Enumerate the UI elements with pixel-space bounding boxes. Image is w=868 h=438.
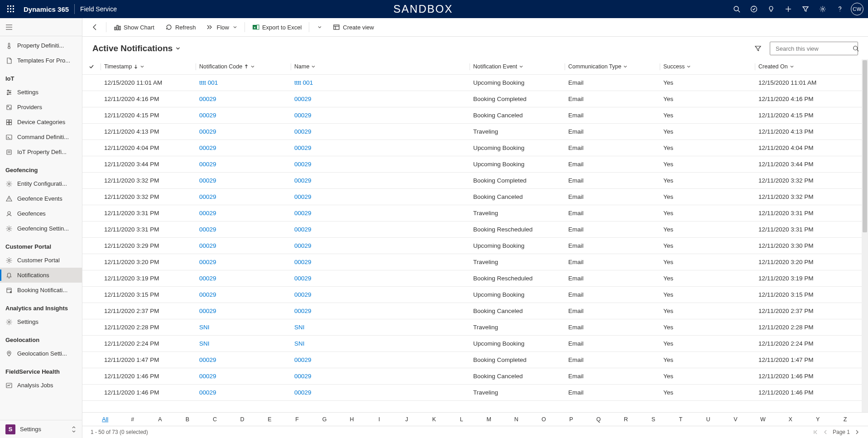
sidebar-item[interactable]: Entity Configurati... — [0, 176, 82, 191]
sidebar-item[interactable]: Geolocation Setti... — [0, 346, 82, 361]
cell-code[interactable]: 00029 — [196, 351, 291, 368]
alphabet-letter[interactable]: N — [503, 416, 530, 423]
alphabet-letter[interactable]: Z — [831, 416, 859, 423]
cell-code[interactable]: tttt 001 — [196, 74, 291, 91]
column-header[interactable]: Notification Event — [470, 59, 565, 74]
table-row[interactable]: 12/15/2020 11:01 AMtttt 001tttt 001Upcom… — [82, 74, 862, 91]
alphabet-letter[interactable]: U — [695, 416, 722, 423]
flow-button[interactable]: Flow — [202, 20, 241, 34]
data-grid[interactable]: TimestampNotification CodeNameNotificati… — [82, 59, 862, 412]
table-row[interactable]: 12/11/2020 4:04 PM0002900029Upcoming Boo… — [82, 140, 862, 156]
select-all-checkbox[interactable] — [86, 64, 97, 69]
chevron-down-icon[interactable] — [790, 64, 794, 69]
chevron-down-icon[interactable] — [623, 64, 628, 69]
prev-page-icon[interactable] — [823, 429, 828, 435]
cell-code[interactable]: 00029 — [196, 221, 291, 237]
alphabet-letter[interactable]: P — [557, 416, 585, 423]
chevron-down-icon[interactable] — [140, 64, 144, 69]
cell-name[interactable]: 00029 — [291, 140, 470, 156]
vertical-scrollbar[interactable] — [862, 59, 868, 412]
alphabet-letter[interactable]: I — [365, 416, 393, 423]
table-row[interactable]: 12/11/2020 1:47 PM0002900029Booking Comp… — [82, 351, 862, 368]
cell-name[interactable]: 00029 — [291, 221, 470, 237]
alphabet-letter[interactable]: H — [338, 416, 366, 423]
cell-name[interactable]: 00029 — [291, 172, 470, 188]
cell-code[interactable]: 00029 — [196, 205, 291, 221]
area-switcher[interactable]: S Settings — [0, 420, 82, 438]
filter-icon[interactable] — [798, 2, 813, 16]
table-row[interactable]: 12/11/2020 4:15 PM0002900029Booking Canc… — [82, 107, 862, 123]
chevron-down-icon[interactable] — [519, 64, 523, 69]
hamburger-icon[interactable] — [5, 24, 13, 31]
cell-code[interactable]: 00029 — [196, 156, 291, 172]
sidebar-item[interactable]: Command Definiti... — [0, 130, 82, 144]
column-header[interactable]: Success — [660, 59, 755, 74]
alphabet-letter[interactable]: R — [612, 416, 640, 423]
cell-code[interactable]: 00029 — [196, 254, 291, 270]
alphabet-letter[interactable]: S — [640, 416, 667, 423]
alphabet-letter[interactable]: X — [777, 416, 804, 423]
sidebar-item[interactable]: Booking Notificati... — [0, 283, 82, 298]
cell-name[interactable]: 00029 — [291, 270, 470, 286]
gear-icon[interactable] — [815, 2, 830, 16]
sidebar-item[interactable]: Notifications — [0, 268, 82, 283]
table-row[interactable]: 12/11/2020 3:31 PM0002900029TravelingEma… — [82, 205, 862, 221]
chevron-down-icon[interactable] — [686, 64, 691, 69]
sidebar-item[interactable]: Templates For Pro... — [0, 53, 82, 68]
cell-name[interactable]: 00029 — [291, 351, 470, 368]
column-header[interactable]: Notification Code — [196, 59, 291, 74]
cell-name[interactable]: 00029 — [291, 91, 470, 107]
alphabet-letter[interactable]: D — [229, 416, 256, 423]
cell-name[interactable]: SNI — [291, 335, 470, 351]
chevron-down-icon[interactable] — [250, 64, 255, 69]
column-header[interactable]: Timestamp — [101, 59, 196, 74]
search-icon[interactable] — [729, 2, 744, 16]
cell-name[interactable]: 00029 — [291, 254, 470, 270]
table-row[interactable]: 12/11/2020 3:19 PM0002900029Booking Resc… — [82, 270, 862, 286]
cell-code[interactable]: 00029 — [196, 368, 291, 384]
column-header[interactable]: Communication Type — [565, 59, 660, 74]
cell-code[interactable]: 00029 — [196, 123, 291, 140]
alphabet-letter[interactable]: K — [420, 416, 448, 423]
alphabet-letter[interactable]: L — [448, 416, 475, 423]
cell-name[interactable]: 00029 — [291, 205, 470, 221]
table-row[interactable]: 12/11/2020 4:16 PM0002900029Booking Comp… — [82, 91, 862, 107]
user-avatar[interactable]: CW — [850, 2, 864, 16]
sidebar-item[interactable]: Customer Portal — [0, 253, 82, 268]
task-icon[interactable] — [747, 2, 761, 16]
cell-name[interactable]: 00029 — [291, 188, 470, 205]
table-row[interactable]: 12/11/2020 3:29 PM0002900029Upcoming Boo… — [82, 237, 862, 254]
cell-name[interactable]: 00029 — [291, 303, 470, 319]
alphabet-letter[interactable]: Q — [585, 416, 613, 423]
alphabet-letter[interactable]: G — [311, 416, 338, 423]
alphabet-letter[interactable]: F — [283, 416, 311, 423]
search-box[interactable] — [770, 42, 858, 55]
alphabet-letter[interactable]: # — [119, 416, 147, 423]
cell-name[interactable]: 00029 — [291, 384, 470, 400]
export-excel-button[interactable]: xExport to Excel — [248, 20, 306, 34]
show-chart-button[interactable]: Show Chart — [109, 20, 159, 34]
cell-name[interactable]: 00029 — [291, 237, 470, 254]
cell-code[interactable]: SNI — [196, 335, 291, 351]
table-row[interactable]: 12/11/2020 3:32 PM0002900029Booking Canc… — [82, 188, 862, 205]
table-row[interactable]: 12/11/2020 2:28 PMSNISNITravelingEmailYe… — [82, 319, 862, 335]
search-icon[interactable] — [853, 45, 859, 52]
waffle-icon[interactable] — [4, 2, 18, 16]
alphabet-letter[interactable]: All — [91, 416, 119, 423]
cell-name[interactable]: SNI — [291, 319, 470, 335]
cell-name[interactable]: 00029 — [291, 123, 470, 140]
table-row[interactable]: 12/11/2020 3:20 PM0002900029TravelingEma… — [82, 254, 862, 270]
sidebar-item[interactable]: Device Categories — [0, 115, 82, 130]
alphabet-letter[interactable]: Y — [804, 416, 832, 423]
sidebar-item[interactable]: Settings — [0, 85, 82, 100]
funnel-icon[interactable] — [751, 41, 765, 56]
alphabet-letter[interactable]: V — [722, 416, 749, 423]
search-input[interactable] — [775, 45, 853, 53]
sidebar-item[interactable]: Geofence Events — [0, 191, 82, 206]
sidebar-item[interactable]: Geofences — [0, 206, 82, 221]
alphabet-letter[interactable]: T — [667, 416, 695, 423]
cell-code[interactable]: 00029 — [196, 384, 291, 400]
cell-name[interactable]: 00029 — [291, 368, 470, 384]
cell-code[interactable]: 00029 — [196, 286, 291, 303]
alphabet-letter[interactable]: C — [201, 416, 229, 423]
